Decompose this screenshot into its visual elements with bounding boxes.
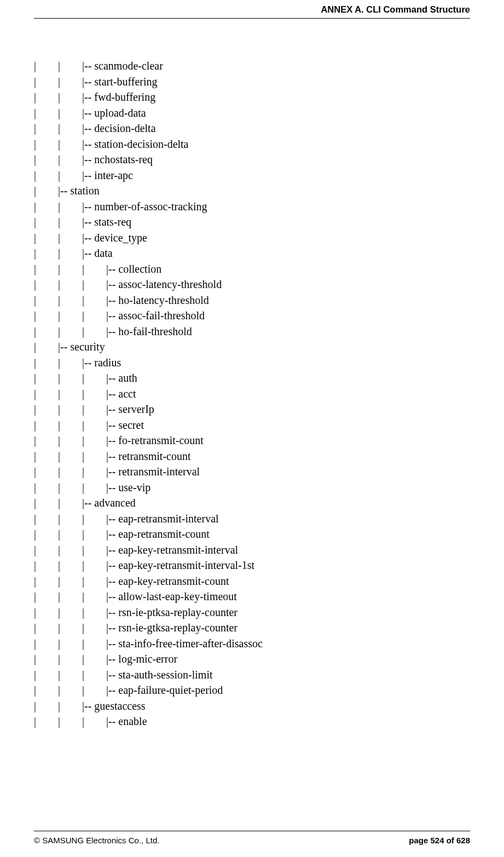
page-header: ANNEX A. CLI Command Structure [34, 0, 470, 19]
tree-line: | | | |-- ho-latency-threshold [34, 292, 470, 308]
tree-line: | | |-- radius [34, 355, 470, 371]
tree-line: | | |-- fwd-buffering [34, 89, 470, 105]
tree-line: | | |-- data [34, 245, 470, 261]
tree-line: | | | |-- sta-auth-session-limit [34, 667, 470, 683]
tree-line: | | | |-- allow-last-eap-key-timeout [34, 589, 470, 605]
tree-line: | | |-- nchostats-req [34, 152, 470, 168]
tree-line: | | | |-- sta-info-free-timer-after-disa… [34, 636, 470, 652]
tree-line: | | |-- upload-data [34, 105, 470, 121]
tree-line: | | | |-- retransmit-interval [34, 464, 470, 480]
tree-line: | | | |-- rsn-ie-gtksa-replay-counter [34, 620, 470, 636]
tree-line: | | |-- stats-req [34, 214, 470, 230]
tree-line: | | | |-- eap-retransmit-interval [34, 511, 470, 527]
tree-line: | | | |-- enable [34, 714, 470, 729]
tree-line: | | | |-- acct [34, 386, 470, 402]
tree-line: | | | |-- rsn-ie-ptksa-replay-counter [34, 605, 470, 620]
tree-line: | | |-- advanced [34, 495, 470, 511]
tree-line: | | | |-- assoc-fail-threshold [34, 308, 470, 324]
tree-line: | | |-- scanmode-clear [34, 58, 470, 74]
tree-line: | | | |-- eap-key-retransmit-interval [34, 542, 470, 558]
tree-line: | | | |-- eap-retransmit-count [34, 526, 470, 542]
cli-tree: | | |-- scanmode-clear| | |-- start-buff… [34, 19, 470, 729]
footer-copyright: © SAMSUNG Electronics Co., Ltd. [34, 836, 159, 845]
tree-line: | | | |-- collection [34, 261, 470, 277]
tree-line: | | |-- number-of-assoc-tracking [34, 199, 470, 215]
tree-line: | | |-- start-buffering [34, 74, 470, 90]
header-title: ANNEX A. CLI Command Structure [321, 4, 470, 14]
tree-line: | | |-- inter-apc [34, 168, 470, 183]
tree-line: | | | |-- fo-retransmit-count [34, 433, 470, 448]
page-footer: © SAMSUNG Electronics Co., Ltd. page 524… [34, 831, 470, 845]
tree-line: | | | |-- eap-key-retransmit-count [34, 573, 470, 589]
tree-line: | | | |-- secret [34, 417, 470, 433]
tree-line: | | | |-- retransmit-count [34, 448, 470, 464]
tree-line: | | | |-- eap-key-retransmit-interval-1s… [34, 557, 470, 573]
tree-line: | |-- station [34, 183, 470, 199]
tree-line: | | | |-- ho-fail-threshold [34, 324, 470, 340]
tree-line: | | |-- station-decision-delta [34, 136, 470, 152]
tree-line: | | |-- guestaccess [34, 698, 470, 714]
tree-line: | | | |-- assoc-latency-threshold [34, 277, 470, 292]
tree-line: | | | |-- serverIp [34, 401, 470, 417]
tree-line: | | | |-- auth [34, 370, 470, 386]
tree-line: | | | |-- log-mic-error [34, 651, 470, 667]
tree-line: | | |-- device_type [34, 230, 470, 246]
tree-line: | |-- security [34, 339, 470, 355]
document-page: ANNEX A. CLI Command Structure | | |-- s… [0, 0, 504, 857]
tree-line: | | | |-- eap-failure-quiet-period [34, 682, 470, 698]
tree-line: | | | |-- use-vip [34, 480, 470, 496]
footer-page-number: page 524 of 628 [409, 836, 470, 845]
tree-line: | | |-- decision-delta [34, 120, 470, 136]
